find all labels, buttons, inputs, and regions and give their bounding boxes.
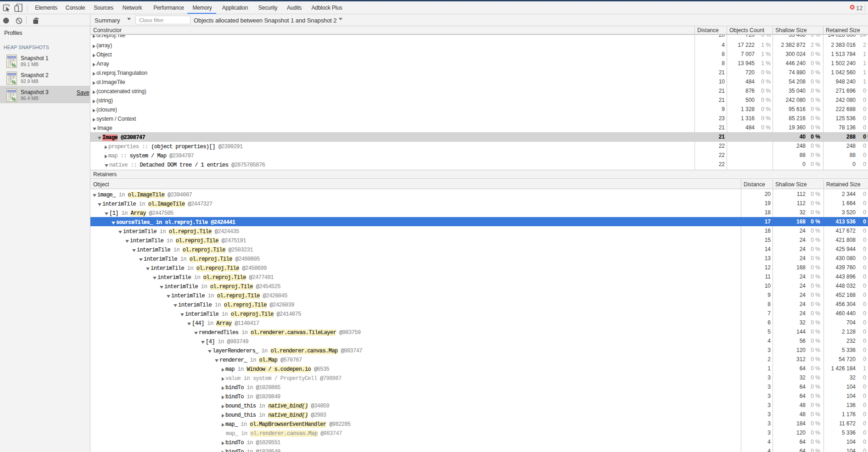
svg-text:%: % — [11, 96, 16, 102]
svg-text:%: % — [11, 79, 16, 85]
svg-text:%: % — [11, 62, 16, 67]
